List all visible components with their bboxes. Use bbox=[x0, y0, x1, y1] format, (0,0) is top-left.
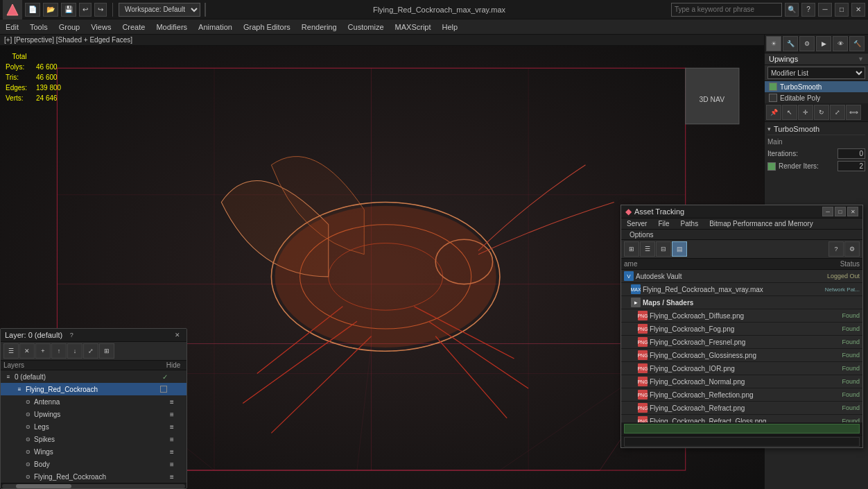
select-tool[interactable]: ↖ bbox=[782, 105, 797, 120]
vault-icon: V bbox=[624, 271, 634, 281]
maps-icon: ▸ bbox=[631, 298, 641, 307]
asset-row-fresnel[interactable]: PNG Flying_Cockroach_Fresnel.png Found bbox=[621, 336, 862, 349]
close-window-button[interactable]: ✕ bbox=[851, 3, 865, 17]
layers-scrollbar[interactable] bbox=[1, 483, 186, 488]
r-tab-hierarchy[interactable]: ⚙ bbox=[799, 36, 815, 51]
pin-tool[interactable]: 📌 bbox=[766, 105, 781, 120]
menu-rendering[interactable]: Rendering bbox=[296, 19, 342, 35]
modifier-list-select[interactable]: Modifier List bbox=[767, 67, 865, 79]
menu-help[interactable]: Help bbox=[437, 19, 464, 35]
svg-point-15 bbox=[271, 202, 500, 351]
save-button[interactable]: 💾 bbox=[61, 3, 76, 17]
layers-tool-1[interactable]: ☰ bbox=[3, 343, 19, 359]
asset-path-input[interactable] bbox=[624, 437, 860, 447]
asset-tool-3[interactable]: ⊟ bbox=[656, 241, 671, 257]
menu-views[interactable]: Views bbox=[85, 19, 116, 35]
asset-row-diffuse[interactable]: PNG Flying_Cockroach_Diffuse.png Found bbox=[621, 309, 862, 323]
open-button[interactable]: 📂 bbox=[43, 3, 58, 17]
menu-modifiers[interactable]: Modifiers bbox=[150, 19, 193, 35]
menu-customize[interactable]: Customize bbox=[342, 19, 390, 35]
search-button[interactable]: 🔍 bbox=[785, 3, 799, 17]
help-button[interactable]: ? bbox=[801, 3, 815, 17]
layer-row-body[interactable]: ⊙ Body ≡ bbox=[1, 458, 186, 470]
asset-tool-settings[interactable]: ⚙ bbox=[844, 241, 860, 257]
move-tool[interactable]: ✛ bbox=[798, 105, 813, 120]
layers-close-button[interactable]: ✕ bbox=[173, 330, 182, 340]
asset-tool-1[interactable]: ⊞ bbox=[624, 241, 639, 257]
menu-group[interactable]: Group bbox=[53, 19, 86, 35]
scroll-thumb[interactable] bbox=[16, 484, 71, 488]
layers-help-button[interactable]: ? bbox=[67, 330, 76, 340]
rotate-tool[interactable]: ↻ bbox=[814, 105, 829, 120]
asset-row-refract-gloss[interactable]: PNG Flying_Cockroach_Refract_Gloss.png F… bbox=[621, 415, 862, 422]
asset-name-diffuse: Flying_Cockroach_Diffuse.png bbox=[650, 312, 804, 320]
scroll-track[interactable] bbox=[2, 484, 185, 488]
layers-tool-add[interactable]: + bbox=[35, 343, 51, 359]
asset-maximize-button[interactable]: □ bbox=[835, 207, 846, 216]
asset-row-fog[interactable]: PNG Flying_Cockroach_Fog.png Found bbox=[621, 323, 862, 336]
asset-row-glossiness[interactable]: PNG Flying_Cockroach_Glossiness.png Foun… bbox=[621, 349, 862, 362]
modifier-check-editable-poly[interactable] bbox=[769, 94, 777, 102]
asset-tool-list[interactable]: ▤ bbox=[672, 241, 687, 257]
asset-row-maps[interactable]: ▸ Maps / Shaders bbox=[621, 296, 862, 309]
modifier-editable-poly[interactable]: Editable Poly bbox=[765, 92, 868, 103]
undo-button[interactable]: ↩ bbox=[79, 3, 92, 17]
menu-tools[interactable]: Tools bbox=[24, 19, 53, 35]
asset-menu-file[interactable]: File bbox=[652, 218, 675, 229]
asset-menu-server[interactable]: Server bbox=[621, 218, 652, 229]
layer-row-default[interactable]: ≡ 0 (default) ✓ bbox=[1, 370, 186, 383]
maximize-window-button[interactable]: □ bbox=[835, 3, 849, 17]
asset-row-ior[interactable]: PNG Flying_Cockroach_IOR.png Found bbox=[621, 362, 862, 375]
render-iters-input[interactable] bbox=[837, 161, 865, 171]
r-tab-display2[interactable]: 👁 bbox=[833, 36, 848, 51]
search-input[interactable] bbox=[671, 3, 782, 17]
layer-row-spikes[interactable]: ⊙ Spikes ≡ bbox=[1, 433, 186, 445]
render-iters-checkbox[interactable] bbox=[767, 162, 776, 171]
menu-edit[interactable]: Edit bbox=[0, 19, 24, 35]
layer-row-legs[interactable]: ⊙ Legs ≡ bbox=[1, 420, 186, 433]
workspace-select[interactable]: Workspace: Default bbox=[119, 3, 200, 17]
menu-create[interactable]: Create bbox=[116, 19, 150, 35]
asset-tool-2[interactable]: ☰ bbox=[640, 241, 655, 257]
asset-row-normal[interactable]: PNG Flying_Cockroach_Normal.png Found bbox=[621, 375, 862, 388]
layers-tool-move[interactable]: ↑ bbox=[51, 343, 67, 359]
mirror-tool[interactable]: ⟺ bbox=[846, 105, 861, 120]
asset-menu-paths[interactable]: Paths bbox=[675, 218, 704, 229]
asset-menu-options[interactable]: Options bbox=[624, 230, 659, 240]
modifier-turbosmooth[interactable]: TurboSmooth bbox=[765, 81, 868, 92]
layer-row-upwings[interactable]: ⊙ Upwings ≡ bbox=[1, 408, 186, 420]
asset-row-refract[interactable]: PNG Flying_Cockroach_Refract.png Found bbox=[621, 402, 862, 415]
menu-maxscript[interactable]: MAXScript bbox=[390, 19, 437, 35]
svg-marker-0 bbox=[7, 4, 18, 15]
asset-menu-bitmap[interactable]: Bitmap Performance and Memory bbox=[704, 218, 819, 229]
layers-tool-delete[interactable]: ✕ bbox=[19, 343, 35, 359]
menu-graph-editors[interactable]: Graph Editors bbox=[238, 19, 296, 35]
iterations-input[interactable] bbox=[837, 148, 865, 159]
asset-minimize-button[interactable]: ─ bbox=[822, 207, 833, 216]
asset-row-reflection[interactable]: PNG Flying_Cockroach_Reflection.png Foun… bbox=[621, 388, 862, 402]
layers-tool-5[interactable]: ↓ bbox=[67, 343, 83, 359]
r-tab-display[interactable]: ☀ bbox=[766, 36, 781, 51]
render-iters-row: Render Iters: bbox=[767, 161, 865, 171]
r-tab-modify[interactable]: 🔧 bbox=[783, 36, 798, 51]
redo-button[interactable]: ↪ bbox=[94, 3, 107, 17]
modifier-check-turbosmooth[interactable] bbox=[769, 83, 777, 91]
layer-row-wings[interactable]: ⊙ Wings ≡ bbox=[1, 445, 186, 458]
asset-row-max[interactable]: MAX Flying_Red_Cockroach_max_vray.max Ne… bbox=[621, 283, 862, 296]
layers-tool-6[interactable]: ⤢ bbox=[83, 343, 98, 359]
svg-line-21 bbox=[271, 336, 371, 434]
minimize-window-button[interactable]: ─ bbox=[818, 3, 832, 17]
modifier-list-row: Modifier List bbox=[765, 65, 868, 81]
layer-row-flying-red-cockroach[interactable]: ≡ Flying_Red_Cockroach bbox=[1, 383, 186, 395]
asset-row-vault[interactable]: V Autodesk Vault Logged Out bbox=[621, 270, 862, 283]
layer-row-frc2[interactable]: ⊙ Flying_Red_Cockroach ≡ bbox=[1, 470, 186, 483]
menu-animation[interactable]: Animation bbox=[193, 19, 238, 35]
new-button[interactable]: 📄 bbox=[25, 3, 40, 17]
layer-row-antenna[interactable]: ⊙ Antenna ≡ bbox=[1, 395, 186, 408]
layers-tool-7[interactable]: ⊞ bbox=[99, 343, 114, 359]
asset-tool-help[interactable]: ? bbox=[828, 241, 844, 257]
r-tab-motion[interactable]: ▶ bbox=[816, 36, 831, 51]
asset-close-button[interactable]: ✕ bbox=[847, 207, 858, 216]
r-tab-utilities[interactable]: 🔨 bbox=[849, 36, 865, 51]
scale-tool[interactable]: ⤢ bbox=[830, 105, 845, 120]
